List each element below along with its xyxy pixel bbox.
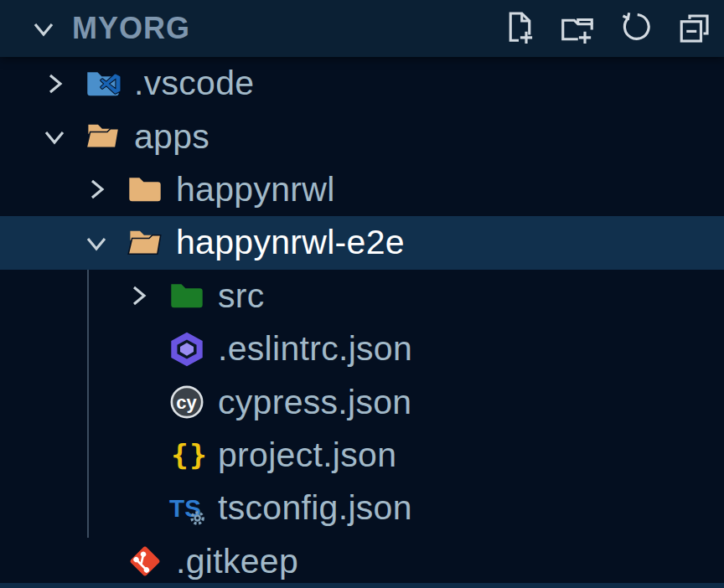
tree-item-vscode[interactable]: .vscode	[0, 57, 724, 110]
tree-item-label: project.json	[218, 436, 396, 475]
tree-item-eslintrc-json[interactable]: .eslintrc.json	[0, 322, 724, 375]
section-title: MYORG	[72, 11, 496, 46]
json-braces-icon: {}	[168, 436, 208, 473]
chevron-down-icon[interactable]	[40, 122, 84, 151]
new-folder-button[interactable]	[555, 6, 600, 51]
chevron-down-icon[interactable]	[82, 229, 126, 257]
tree-item-happynrwl[interactable]: happynrwl	[0, 163, 724, 216]
chevron-right-icon[interactable]	[40, 70, 84, 98]
svg-text:}: }	[189, 439, 207, 472]
new-file-button[interactable]	[496, 6, 541, 51]
tree-item-gitkeep[interactable]: .gitkeep	[0, 535, 724, 588]
svg-text:cy: cy	[176, 392, 197, 413]
vscode-folder-icon	[84, 65, 124, 102]
tree-item-label: cypress.json	[218, 383, 411, 422]
git-icon	[126, 543, 166, 580]
tree-item-label: happynrwl-e2e	[176, 223, 405, 262]
folder-open-icon	[84, 118, 124, 155]
tsconfig-icon: TS	[168, 490, 208, 527]
new-file-icon	[499, 8, 539, 49]
cypress-icon: cy	[168, 384, 208, 420]
tree-item-label: src	[218, 276, 265, 316]
explorer-section-header[interactable]: MYORG	[0, 0, 724, 57]
tree-item-label: .gitkeep	[176, 542, 298, 581]
eslint-icon	[168, 331, 208, 368]
refresh-button[interactable]	[613, 6, 659, 51]
collapse-all-icon	[675, 8, 715, 49]
header-actions	[496, 6, 717, 51]
new-folder-icon	[557, 8, 597, 49]
indent-guide	[87, 270, 89, 538]
tree-item-src[interactable]: src	[0, 270, 724, 322]
src-folder-icon	[168, 277, 208, 314]
chevron-right-icon[interactable]	[124, 281, 168, 310]
tree-item-tsconfig-json[interactable]: TStsconfig.json	[0, 482, 724, 534]
chevron-down-icon	[28, 13, 59, 44]
chevron-right-icon[interactable]	[82, 175, 126, 204]
tree-item-apps[interactable]: apps	[0, 110, 724, 162]
file-tree: .vscodeappshappynrwlhappynrwl-e2esrc.esl…	[0, 57, 724, 588]
svg-text:{: {	[171, 439, 189, 472]
tree-item-label: .vscode	[134, 64, 254, 103]
tree-item-label: .eslintrc.json	[218, 329, 412, 369]
folder-icon	[126, 171, 166, 208]
collapse-all-button[interactable]	[672, 6, 717, 51]
partial-row-highlight	[0, 583, 724, 588]
tree-item-label: apps	[134, 117, 209, 157]
tree-item-label: happynrwl	[176, 170, 335, 209]
tree-item-happynrwl-e2e[interactable]: happynrwl-e2e	[0, 216, 724, 269]
tree-item-label: tsconfig.json	[218, 488, 412, 528]
tree-item-cypress-json[interactable]: cycypress.json	[0, 375, 724, 428]
explorer-panel: MYORG	[0, 0, 724, 588]
refresh-icon	[617, 9, 655, 48]
folder-open-icon	[126, 224, 166, 261]
tree-item-project-json[interactable]: {}project.json	[0, 429, 724, 482]
